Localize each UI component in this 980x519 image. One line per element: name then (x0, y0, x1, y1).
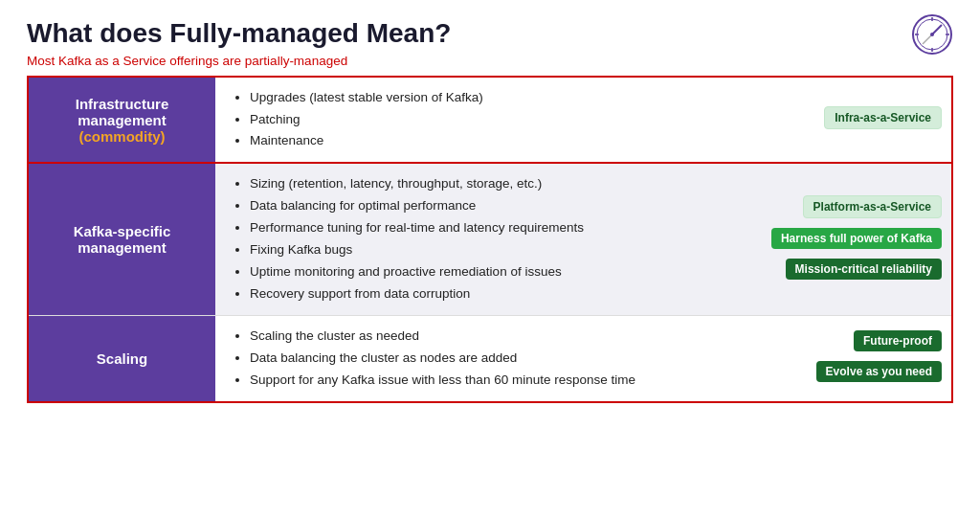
svg-point-4 (930, 33, 934, 36)
row-items-scaling: Scaling the cluster as needed Data balan… (215, 316, 762, 401)
list-item: Data balancing the cluster as nodes are … (250, 348, 746, 370)
compass-icon (911, 13, 953, 56)
table-row: Infrastructuremanagement(commodity) Upgr… (29, 78, 951, 164)
main-table-wrapper: Infrastructuremanagement(commodity) Upgr… (27, 76, 953, 403)
badge-platform: Platform-as-a-Service (803, 195, 942, 218)
row-badges-scaling: Future-proof Evolve as you need (762, 316, 951, 401)
row-label-scaling: Scaling (29, 316, 215, 401)
row-badges-infra: Infra-as-a-Service (762, 78, 951, 164)
list-item: Data balancing for optimal performance (250, 195, 746, 217)
page-title: What does Fully-managed Mean? (27, 17, 953, 50)
badge-infra-service: Infra-as-a-Service (824, 106, 942, 129)
row-label-infra: Infrastructuremanagement(commodity) (29, 78, 215, 164)
page-subtitle: Most Kafka as a Service offerings are pa… (27, 54, 953, 68)
list-item: Scaling the cluster as needed (250, 326, 746, 348)
list-item: Support for any Kafka issue with less th… (250, 370, 746, 392)
list-item: Performance tuning for real-time and lat… (250, 217, 746, 239)
row-label-kafka: Kafka-specificmanagement (29, 163, 215, 315)
list-item: Patching (250, 109, 746, 131)
content-table: Infrastructuremanagement(commodity) Upgr… (29, 78, 951, 401)
badge-evolve: Evolve as you need (816, 361, 942, 382)
list-item: Upgrades (latest stable version of Kafka… (250, 87, 746, 109)
page-container: What does Fully-managed Mean? Most Kafka… (0, 0, 980, 403)
badge-mission: Mission-critical reliability (786, 259, 942, 280)
list-item: Maintenance (250, 130, 746, 152)
row-badges-kafka: Platform-as-a-Service Harness full power… (762, 163, 951, 315)
list-item: Uptime monitoring and proactive remediat… (250, 261, 746, 283)
badge-harness: Harness full power of Kafka (771, 228, 942, 249)
table-row: Scaling Scaling the cluster as needed Da… (29, 316, 951, 401)
list-item: Recovery support from data corruption (250, 283, 746, 305)
list-item: Sizing (retention, latency, throughput, … (250, 173, 746, 195)
row-items-kafka: Sizing (retention, latency, throughput, … (215, 163, 762, 315)
list-item: Fixing Kafka bugs (250, 239, 746, 261)
row-items-infra: Upgrades (latest stable version of Kafka… (215, 78, 762, 164)
badge-future: Future-proof (854, 330, 942, 351)
commodity-label: (commodity) (79, 128, 166, 145)
table-row: Kafka-specificmanagement Sizing (retenti… (29, 163, 951, 315)
